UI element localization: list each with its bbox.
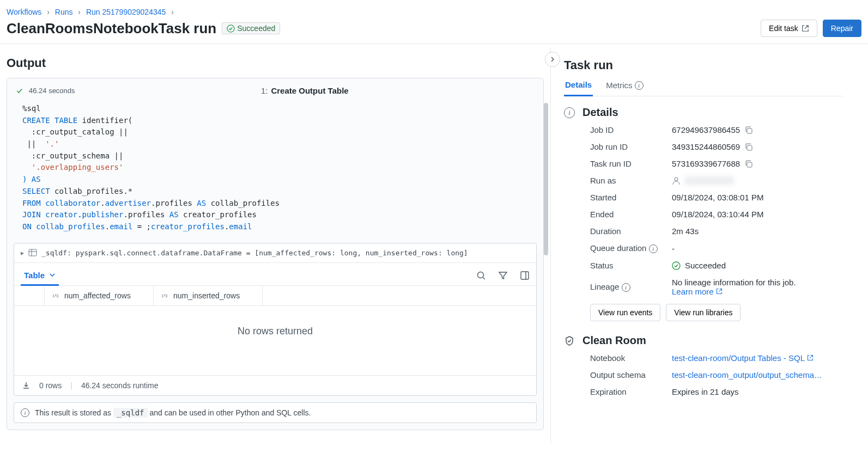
chevron-right-icon: › <box>47 8 50 16</box>
svg-text:1²3: 1²3 <box>161 293 168 298</box>
svg-point-2 <box>478 272 484 278</box>
value-status: Succeeded <box>672 261 842 270</box>
info-icon[interactable]: i <box>649 244 658 253</box>
label-queue-duration: Queue duration i <box>590 243 672 253</box>
value-duration: 2m 43s <box>672 226 842 236</box>
notebook-link[interactable]: test-clean-room/Output Tables - SQL <box>672 353 814 363</box>
sqldf-meta[interactable]: ▶ _sqldf: pyspark.sql.connect.dataframe.… <box>14 243 536 263</box>
chevron-right-icon <box>549 56 556 63</box>
external-link-icon <box>807 354 814 361</box>
svg-point-9 <box>675 177 678 181</box>
collapse-sidebar-button[interactable] <box>545 52 560 67</box>
value-expiration: Expires in 21 days <box>672 387 842 396</box>
panel-right-icon[interactable] <box>520 271 530 280</box>
label-lineage: Lineage i <box>590 282 672 292</box>
copy-icon[interactable] <box>744 126 753 134</box>
copy-icon[interactable] <box>744 160 753 168</box>
chevron-right-icon: › <box>171 8 174 16</box>
vertical-scrollbar[interactable] <box>544 103 548 255</box>
label-job-run-id: Job run ID <box>590 142 672 151</box>
external-link-icon <box>716 288 723 295</box>
output-heading: Output <box>7 56 544 70</box>
external-link-icon <box>802 25 809 32</box>
learn-more-link[interactable]: Learn more <box>672 287 723 296</box>
label-started: Started <box>590 193 672 202</box>
info-icon[interactable]: i <box>622 283 630 292</box>
tab-metrics[interactable]: Metrics i <box>605 80 644 96</box>
footer-runtime: 46.24 seconds runtime <box>81 381 159 390</box>
tab-details[interactable]: Details <box>564 80 593 96</box>
svg-rect-1 <box>29 249 37 256</box>
col-header-inserted[interactable]: 1²3 num_inserted_rows <box>154 286 263 305</box>
svg-rect-7 <box>747 145 752 150</box>
check-circle-icon <box>227 25 235 33</box>
status-text: Succeeded <box>237 24 275 33</box>
cell-success-indicator: 46.24 seconds <box>16 87 75 95</box>
label-job-id: Job ID <box>590 125 672 134</box>
crumb-run-id[interactable]: Run 251799029024345 <box>86 8 166 16</box>
value-job-id: 672949637986455 <box>672 125 740 134</box>
label-status: Status <box>590 261 672 270</box>
label-task-run-id: Task run ID <box>590 159 672 168</box>
svg-text:1²3: 1²3 <box>52 293 59 298</box>
info-icon[interactable]: i <box>635 81 644 90</box>
clean-room-section-header: Clean Room <box>564 334 842 347</box>
notebook-cell: 46.24 seconds 1:Create Output Table %sql… <box>7 78 544 430</box>
expand-triangle-icon[interactable]: ▶ <box>21 250 24 256</box>
label-expiration: Expiration <box>590 387 672 396</box>
edit-task-button[interactable]: Edit task <box>761 20 817 37</box>
clean-room-icon <box>564 335 575 346</box>
main-split: Output 46.24 seconds 1:Create Output Tab… <box>0 48 868 443</box>
column-headers: 1²3 num_affected_rows 1²3 num_inserted_r… <box>14 286 536 306</box>
col-header-affected[interactable]: 1²3 num_affected_rows <box>45 286 154 305</box>
search-icon[interactable] <box>476 271 486 280</box>
task-run-heading: Task run <box>564 58 842 72</box>
label-output-schema: Output schema <box>590 370 672 379</box>
value-task-run-id: 573169339677688 <box>672 159 740 168</box>
task-run-panel: Task run Details Metrics i i Details Job… <box>550 48 855 443</box>
row-number-header <box>14 286 45 305</box>
label-duration: Duration <box>590 226 672 236</box>
view-run-libraries-button[interactable]: View run libraries <box>666 304 740 321</box>
page-title: CleanRoomsNotebookTask run <box>7 20 216 37</box>
task-run-tabs: Details Metrics i <box>564 80 842 96</box>
table-tab[interactable]: Table <box>21 266 59 286</box>
status-badge: Succeeded <box>222 22 280 34</box>
sqldf-info: i This result is stored as _sqldf and ca… <box>14 402 537 423</box>
details-section-header: i Details <box>564 106 842 119</box>
view-run-events-button[interactable]: View run events <box>590 304 660 321</box>
number-type-icon: 1²3 <box>161 292 170 299</box>
svg-rect-3 <box>521 272 529 279</box>
filter-icon[interactable] <box>498 271 508 280</box>
number-type-icon: 1²3 <box>52 292 61 299</box>
copy-icon[interactable] <box>744 143 753 151</box>
label-run-as: Run as <box>590 176 672 185</box>
crumb-runs[interactable]: Runs <box>55 8 73 16</box>
crumb-workflows[interactable]: Workflows <box>7 8 41 16</box>
sqldf-var: _sqldf <box>113 408 148 418</box>
cell-title: 1:Create Output Table <box>261 86 349 95</box>
svg-rect-6 <box>747 128 752 133</box>
breadcrumb: Workflows › Runs › Run 251799029024345 › <box>0 0 868 20</box>
svg-rect-8 <box>747 162 752 167</box>
table-icon <box>28 249 37 256</box>
check-circle-icon <box>672 261 681 270</box>
info-icon: i <box>564 107 575 118</box>
check-icon <box>16 87 23 95</box>
download-icon[interactable] <box>22 381 31 390</box>
empty-state: No rows returned <box>14 306 536 375</box>
chevron-down-icon <box>49 272 56 278</box>
person-icon <box>672 176 681 185</box>
info-icon: i <box>21 408 29 417</box>
value-run-as-redacted <box>685 176 734 185</box>
title-bar: CleanRoomsNotebookTask run Succeeded Edi… <box>0 20 868 44</box>
repair-button[interactable]: Repair <box>823 20 861 37</box>
value-job-run-id: 349315244860569 <box>672 142 740 151</box>
output-dataframe: ▶ _sqldf: pyspark.sql.connect.dataframe.… <box>14 243 537 396</box>
value-queue-duration: - <box>672 244 842 253</box>
value-started: 09/18/2024, 03:08:01 PM <box>672 193 842 202</box>
output-schema-link[interactable]: test-clean-room_output/output_schema_… <box>672 370 824 379</box>
output-panel: Output 46.24 seconds 1:Create Output Tab… <box>0 48 550 443</box>
chevron-right-icon: › <box>78 8 81 16</box>
value-lineage: No lineage information for this job. <box>672 278 796 287</box>
